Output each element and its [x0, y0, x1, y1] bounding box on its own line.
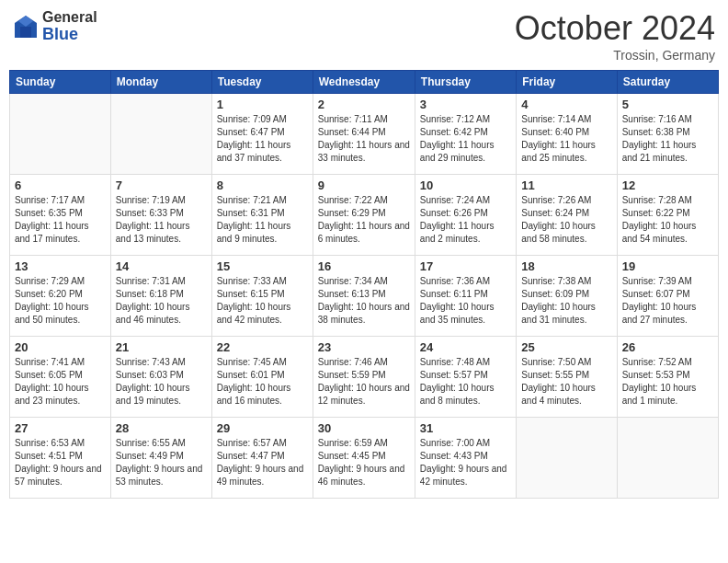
month-title: October 2024 — [515, 9, 715, 48]
calendar-cell: 21Sunrise: 7:43 AM Sunset: 6:03 PM Dayli… — [110, 337, 211, 418]
day-number: 8 — [217, 178, 308, 192]
day-number: 5 — [622, 98, 713, 111]
day-number: 27 — [15, 421, 106, 435]
page-header: General Blue October 2024 Trossin, Germa… — [9, 9, 719, 63]
day-number: 20 — [15, 340, 106, 354]
calendar-cell — [10, 94, 111, 175]
day-info: Sunrise: 6:57 AM Sunset: 4:47 PM Dayligh… — [217, 437, 308, 488]
week-row-4: 20Sunrise: 7:41 AM Sunset: 6:05 PM Dayli… — [10, 337, 719, 418]
day-info: Sunrise: 7:16 AM Sunset: 6:38 PM Dayligh… — [622, 113, 713, 165]
calendar-cell: 3Sunrise: 7:12 AM Sunset: 6:42 PM Daylig… — [415, 94, 516, 175]
day-number: 3 — [420, 98, 511, 111]
calendar-header-row: SundayMondayTuesdayWednesdayThursdayFrid… — [10, 71, 719, 94]
day-info: Sunrise: 7:28 AM Sunset: 6:22 PM Dayligh… — [622, 194, 713, 246]
day-header-sunday: Sunday — [10, 71, 111, 94]
calendar-cell: 9Sunrise: 7:22 AM Sunset: 6:29 PM Daylig… — [313, 175, 415, 256]
day-info: Sunrise: 7:24 AM Sunset: 6:26 PM Dayligh… — [420, 194, 511, 246]
day-number: 26 — [622, 340, 713, 354]
day-info: Sunrise: 7:00 AM Sunset: 4:43 PM Dayligh… — [420, 437, 511, 488]
day-info: Sunrise: 7:45 AM Sunset: 6:01 PM Dayligh… — [217, 356, 308, 408]
day-number: 1 — [217, 98, 308, 111]
calendar-cell: 8Sunrise: 7:21 AM Sunset: 6:31 PM Daylig… — [211, 175, 313, 256]
day-number: 23 — [318, 340, 410, 354]
day-number: 24 — [420, 340, 511, 354]
calendar-cell: 5Sunrise: 7:16 AM Sunset: 6:38 PM Daylig… — [617, 94, 718, 175]
day-info: Sunrise: 7:31 AM Sunset: 6:18 PM Dayligh… — [116, 275, 207, 327]
calendar-cell — [517, 418, 617, 499]
calendar-cell: 6Sunrise: 7:17 AM Sunset: 6:35 PM Daylig… — [10, 175, 111, 256]
day-info: Sunrise: 7:22 AM Sunset: 6:29 PM Dayligh… — [318, 194, 410, 246]
day-info: Sunrise: 7:14 AM Sunset: 6:40 PM Dayligh… — [521, 113, 611, 165]
day-info: Sunrise: 7:26 AM Sunset: 6:24 PM Dayligh… — [521, 194, 611, 246]
day-info: Sunrise: 6:55 AM Sunset: 4:49 PM Dayligh… — [116, 437, 207, 488]
day-number: 22 — [217, 340, 308, 354]
calendar-cell: 1Sunrise: 7:09 AM Sunset: 6:47 PM Daylig… — [211, 94, 313, 175]
day-info: Sunrise: 7:36 AM Sunset: 6:11 PM Dayligh… — [420, 275, 511, 327]
title-area: October 2024 Trossin, Germany — [515, 9, 715, 63]
day-number: 6 — [15, 178, 106, 192]
logo-icon — [13, 14, 39, 40]
calendar-cell — [617, 418, 718, 499]
day-number: 2 — [318, 98, 410, 111]
day-header-monday: Monday — [110, 71, 211, 94]
location: Trossin, Germany — [515, 48, 715, 63]
day-header-saturday: Saturday — [617, 71, 718, 94]
day-info: Sunrise: 6:59 AM Sunset: 4:45 PM Dayligh… — [318, 437, 410, 488]
day-info: Sunrise: 7:41 AM Sunset: 6:05 PM Dayligh… — [15, 356, 106, 408]
logo-text: General Blue — [42, 9, 97, 43]
day-info: Sunrise: 7:34 AM Sunset: 6:13 PM Dayligh… — [318, 275, 410, 327]
day-header-wednesday: Wednesday — [313, 71, 415, 94]
day-info: Sunrise: 6:53 AM Sunset: 4:51 PM Dayligh… — [15, 437, 106, 488]
calendar-table: SundayMondayTuesdayWednesdayThursdayFrid… — [9, 70, 719, 499]
day-info: Sunrise: 7:46 AM Sunset: 5:59 PM Dayligh… — [318, 356, 410, 408]
day-number: 14 — [116, 259, 207, 273]
day-info: Sunrise: 7:19 AM Sunset: 6:33 PM Dayligh… — [116, 194, 207, 246]
day-number: 13 — [15, 259, 106, 273]
calendar-cell: 4Sunrise: 7:14 AM Sunset: 6:40 PM Daylig… — [517, 94, 617, 175]
day-info: Sunrise: 7:50 AM Sunset: 5:55 PM Dayligh… — [521, 356, 611, 408]
week-row-3: 13Sunrise: 7:29 AM Sunset: 6:20 PM Dayli… — [10, 256, 719, 337]
calendar-cell: 18Sunrise: 7:38 AM Sunset: 6:09 PM Dayli… — [517, 256, 617, 337]
logo: General Blue — [13, 9, 97, 43]
day-info: Sunrise: 7:12 AM Sunset: 6:42 PM Dayligh… — [420, 113, 511, 165]
day-info: Sunrise: 7:11 AM Sunset: 6:44 PM Dayligh… — [318, 113, 410, 165]
calendar-cell: 14Sunrise: 7:31 AM Sunset: 6:18 PM Dayli… — [110, 256, 211, 337]
calendar-cell: 10Sunrise: 7:24 AM Sunset: 6:26 PM Dayli… — [415, 175, 516, 256]
day-number: 11 — [521, 178, 611, 192]
day-info: Sunrise: 7:17 AM Sunset: 6:35 PM Dayligh… — [15, 194, 106, 246]
calendar-cell: 2Sunrise: 7:11 AM Sunset: 6:44 PM Daylig… — [313, 94, 415, 175]
calendar-cell: 7Sunrise: 7:19 AM Sunset: 6:33 PM Daylig… — [110, 175, 211, 256]
day-number: 7 — [116, 178, 207, 192]
day-number: 30 — [318, 421, 410, 435]
day-info: Sunrise: 7:39 AM Sunset: 6:07 PM Dayligh… — [622, 275, 713, 327]
week-row-5: 27Sunrise: 6:53 AM Sunset: 4:51 PM Dayli… — [10, 418, 719, 499]
week-row-2: 6Sunrise: 7:17 AM Sunset: 6:35 PM Daylig… — [10, 175, 719, 256]
day-number: 21 — [116, 340, 207, 354]
calendar-cell: 13Sunrise: 7:29 AM Sunset: 6:20 PM Dayli… — [10, 256, 111, 337]
calendar-cell: 24Sunrise: 7:48 AM Sunset: 5:57 PM Dayli… — [415, 337, 516, 418]
day-header-tuesday: Tuesday — [211, 71, 313, 94]
day-number: 31 — [420, 421, 511, 435]
day-info: Sunrise: 7:38 AM Sunset: 6:09 PM Dayligh… — [521, 275, 611, 327]
calendar-cell: 20Sunrise: 7:41 AM Sunset: 6:05 PM Dayli… — [10, 337, 111, 418]
day-info: Sunrise: 7:52 AM Sunset: 5:53 PM Dayligh… — [622, 356, 713, 408]
calendar-cell: 16Sunrise: 7:34 AM Sunset: 6:13 PM Dayli… — [313, 256, 415, 337]
day-number: 15 — [217, 259, 308, 273]
calendar-cell: 12Sunrise: 7:28 AM Sunset: 6:22 PM Dayli… — [617, 175, 718, 256]
calendar-cell: 27Sunrise: 6:53 AM Sunset: 4:51 PM Dayli… — [10, 418, 111, 499]
calendar-cell: 30Sunrise: 6:59 AM Sunset: 4:45 PM Dayli… — [313, 418, 415, 499]
day-number: 12 — [622, 178, 713, 192]
calendar-cell: 29Sunrise: 6:57 AM Sunset: 4:47 PM Dayli… — [211, 418, 313, 499]
day-number: 16 — [318, 259, 410, 273]
day-number: 29 — [217, 421, 308, 435]
svg-rect-2 — [20, 27, 31, 38]
day-number: 28 — [116, 421, 207, 435]
calendar-cell: 31Sunrise: 7:00 AM Sunset: 4:43 PM Dayli… — [415, 418, 516, 499]
day-number: 19 — [622, 259, 713, 273]
day-info: Sunrise: 7:33 AM Sunset: 6:15 PM Dayligh… — [217, 275, 308, 327]
day-header-friday: Friday — [517, 71, 617, 94]
day-info: Sunrise: 7:48 AM Sunset: 5:57 PM Dayligh… — [420, 356, 511, 408]
calendar-cell: 15Sunrise: 7:33 AM Sunset: 6:15 PM Dayli… — [211, 256, 313, 337]
calendar-cell — [110, 94, 211, 175]
day-info: Sunrise: 7:29 AM Sunset: 6:20 PM Dayligh… — [15, 275, 106, 327]
